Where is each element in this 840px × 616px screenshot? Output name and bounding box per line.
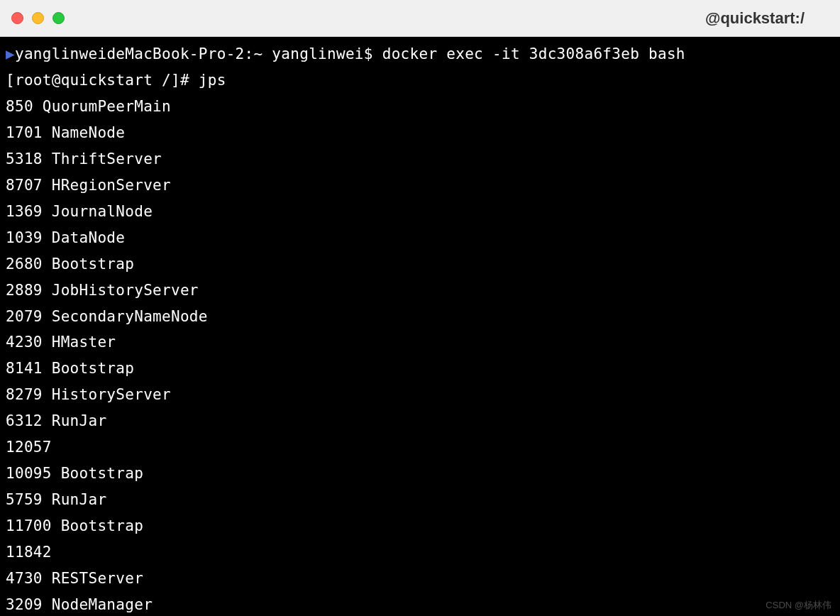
jps-output-line: 4730 RESTServer bbox=[6, 570, 143, 587]
jps-output-line: 2680 Bootstrap bbox=[6, 255, 134, 273]
jps-output-line: 5759 RunJar bbox=[6, 491, 106, 508]
jps-output-line: 11842 bbox=[6, 544, 52, 561]
jps-output-line: 1369 JournalNode bbox=[6, 203, 153, 220]
jps-output-line: 2889 JobHistoryServer bbox=[6, 282, 199, 299]
zoom-icon[interactable] bbox=[52, 12, 65, 24]
jps-output-line: 1701 NameNode bbox=[6, 124, 125, 141]
jps-output-line: 5318 ThriftServer bbox=[6, 150, 162, 167]
command-jps: jps bbox=[199, 72, 226, 89]
minimize-icon[interactable] bbox=[32, 12, 44, 24]
shell-prompt-container: [root@quickstart /]# bbox=[6, 72, 199, 89]
watermark: CSDN @杨林伟 bbox=[766, 599, 831, 612]
window-title: @quickstart:/ bbox=[705, 9, 805, 28]
shell-prompt-host: yanglinweideMacBook-Pro-2:~ yanglinwei$ bbox=[15, 45, 382, 62]
jps-output-line: 6312 RunJar bbox=[6, 412, 106, 429]
jps-output-line: 3209 NodeManager bbox=[6, 596, 153, 613]
jps-output-line: 8279 HistoryServer bbox=[6, 386, 171, 403]
prompt-arrow-icon: ▶ bbox=[6, 45, 15, 62]
close-icon[interactable] bbox=[11, 12, 23, 24]
jps-output-line: 8141 Bootstrap bbox=[6, 360, 134, 377]
jps-output-line: 850 QuorumPeerMain bbox=[6, 98, 171, 115]
jps-output-line: 2079 SecondaryNameNode bbox=[6, 308, 208, 325]
traffic-lights bbox=[11, 12, 65, 24]
window-titlebar: @quickstart:/ bbox=[0, 0, 840, 37]
jps-output-line: 11700 Bootstrap bbox=[6, 517, 143, 534]
jps-output-line: 10095 Bootstrap bbox=[6, 465, 143, 482]
terminal-output[interactable]: ▶yanglinweideMacBook-Pro-2:~ yanglinwei$… bbox=[0, 37, 840, 616]
jps-output-line: 8707 HRegionServer bbox=[6, 177, 171, 194]
jps-output-line: 12057 bbox=[6, 439, 52, 456]
jps-output-line: 1039 DataNode bbox=[6, 229, 125, 246]
command-docker: docker exec -it 3dc308a6f3eb bash bbox=[382, 45, 685, 62]
jps-output-line: 4230 HMaster bbox=[6, 334, 116, 351]
